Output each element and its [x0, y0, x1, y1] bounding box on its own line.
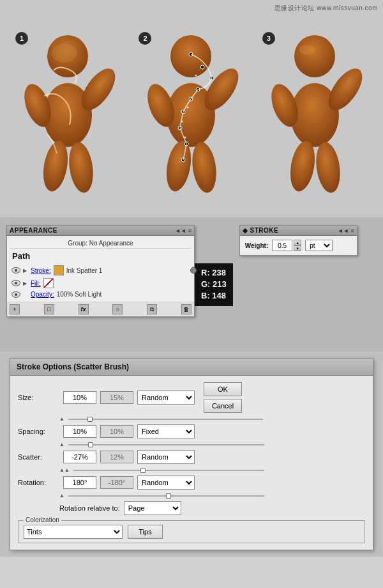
dialog-title: Stroke Options (Scatter Brush) [10, 359, 373, 376]
add-layer-icon[interactable]: + [10, 304, 20, 314]
fx-icon[interactable]: fx [79, 304, 89, 314]
spacing-input-2[interactable] [100, 425, 133, 438]
fill-eye-icon[interactable] [11, 280, 20, 286]
fill-arrow: ▶ [23, 281, 28, 286]
appearance-title: APPEARANCE [10, 227, 57, 234]
svg-point-30 [287, 139, 318, 193]
scatter-input-1[interactable] [63, 451, 96, 463]
weight-input[interactable] [272, 240, 292, 251]
scatter-label: Scatter: [18, 453, 59, 461]
rotation-relative-label: Rotation relative to: [59, 504, 120, 512]
svg-point-32 [299, 45, 315, 55]
rotation-row: Rotation: Random Fixed [18, 476, 365, 490]
rotation-slider-row: ▲ [59, 493, 365, 499]
rotation-label: Rotation: [18, 479, 59, 486]
svg-point-6 [52, 43, 77, 63]
new-art-icon[interactable]: □ [44, 304, 54, 314]
scatter-dropdown[interactable]: Random Fixed [137, 450, 195, 464]
ok-cancel-buttons: OK Cancel [204, 382, 242, 413]
ok-button[interactable]: OK [204, 382, 242, 396]
cancel-button[interactable]: Cancel [204, 399, 242, 413]
spin-up[interactable]: ▲ [294, 240, 301, 245]
stroke-menu-icon: ≡ [350, 228, 354, 234]
stroke-panel-title: ◆ STROKE [243, 227, 278, 234]
figure-1: 1 [19, 32, 117, 205]
dialog-section: Stroke Options (Scatter Brush) Size: Ran… [0, 352, 383, 557]
svg-point-11 [163, 139, 195, 193]
watermark: 思缘设计论坛 www.missvuan.com [274, 4, 378, 13]
spacing-arrow: ▲ [59, 442, 64, 447]
spacing-row: Spacing: Fixed Random [18, 424, 365, 438]
group-label: Group: No Appearance [10, 238, 192, 249]
rgb-tooltip: R: 238 G: 213 B: 148 [195, 263, 233, 306]
delete-icon[interactable]: 🗑 [181, 304, 192, 314]
spacing-dropdown[interactable]: Fixed Random [137, 424, 195, 438]
colorization-group: Colorization Tints None Tints and Shades… [18, 520, 365, 543]
size-slider-row: ▲ [59, 417, 365, 422]
duplicate-icon[interactable]: ⧉ [147, 304, 157, 314]
stroke-panel: ◆ STROKE ◄◄ ≡ Weight: ▲ ▼ pt px mm [239, 225, 357, 256]
connector-dot [190, 267, 197, 274]
gingerbread-3-svg [266, 32, 364, 205]
rgb-b: B: 148 [201, 290, 227, 302]
dialog-body: Size: Random Fixed OK Cancel ▲ [10, 376, 373, 550]
rotation-relative-dropdown[interactable]: Page Path [124, 501, 181, 515]
stroke-body: Weight: ▲ ▼ pt px mm [240, 236, 357, 255]
rotation-input-2[interactable] [100, 476, 133, 489]
size-arrow-left: ▲ [59, 417, 64, 422]
path-label: Path [10, 250, 192, 262]
size-input-2[interactable] [100, 391, 133, 404]
svg-point-14 [200, 65, 204, 69]
svg-point-31 [313, 141, 343, 194]
svg-point-22 [195, 75, 197, 77]
svg-point-12 [190, 141, 220, 194]
size-row: Size: Random Fixed OK Cancel [18, 382, 365, 413]
opacity-value: 100% Soft Light [57, 291, 102, 298]
double-arrow: ◄◄ [175, 228, 186, 234]
spacing-label: Spacing: [18, 428, 59, 435]
spin-buttons: ▲ ▼ [294, 240, 301, 251]
stroke-value: Ink Spatter 1 [66, 267, 103, 274]
svg-point-23 [187, 107, 189, 109]
circle-icon[interactable]: ○ [112, 304, 123, 314]
rgb-r: R: 238 [201, 267, 227, 279]
tips-button[interactable]: Tips [128, 525, 163, 539]
appearance-controls: ◄◄ ≡ [175, 228, 192, 234]
opacity-label[interactable]: Opacity: [31, 291, 54, 298]
fill-label[interactable]: Fill: [31, 280, 41, 287]
spacing-input-1[interactable] [63, 425, 96, 438]
menu-icon: ≡ [188, 228, 192, 234]
unit-select[interactable]: pt px mm [305, 240, 333, 251]
stroke-titlebar: ◆ STROKE ◄◄ ≡ [240, 226, 357, 236]
stroke-controls: ◄◄ ≡ [338, 228, 354, 234]
stroke-double-arrow: ◄◄ [338, 228, 349, 234]
stroke-swatch[interactable] [54, 265, 64, 275]
opacity-eye-icon[interactable] [11, 291, 20, 298]
size-dropdown[interactable]: Random Fixed [137, 391, 195, 405]
scatter-slider-row: ▲▲ [59, 468, 365, 473]
scatter-row: Scatter: Random Fixed [18, 450, 365, 464]
appearance-footer: + □ fx ○ ⧉ 🗑 [7, 302, 194, 316]
stroke-label[interactable]: Stroke: [31, 267, 51, 274]
rotation-input-1[interactable] [63, 476, 96, 489]
size-input-1[interactable] [63, 391, 96, 404]
colorization-legend: Colorization [24, 516, 61, 523]
stroke-row: ▶ Stroke: Ink Spatter 1 [10, 264, 192, 277]
rotation-dropdown[interactable]: Random Fixed [137, 476, 195, 490]
spin-down[interactable]: ▼ [294, 245, 301, 251]
fill-row: ▶ Fill: [10, 277, 192, 290]
tints-select[interactable]: Tints None Tints and Shades Hue Shift [24, 525, 123, 539]
stroke-options-dialog: Stroke Options (Scatter Brush) Size: Ran… [10, 358, 373, 550]
svg-point-25 [184, 137, 186, 139]
size-label: Size: [18, 394, 59, 401]
fill-swatch[interactable] [43, 278, 54, 288]
rotation-relative-row: Rotation relative to: Page Path [18, 501, 365, 515]
figure-3: 3 [266, 32, 364, 205]
gingerbread-2-svg [142, 32, 241, 205]
stroke-eye-icon[interactable] [11, 267, 20, 274]
appearance-body: Group: No Appearance Path ▶ Stroke: Ink … [7, 236, 194, 302]
opacity-row: Opacity: 100% Soft Light [10, 290, 192, 299]
scatter-input-2[interactable] [100, 451, 133, 463]
stroke-arrow: ▶ [23, 268, 28, 274]
rotation-arrow: ▲ [59, 493, 64, 499]
